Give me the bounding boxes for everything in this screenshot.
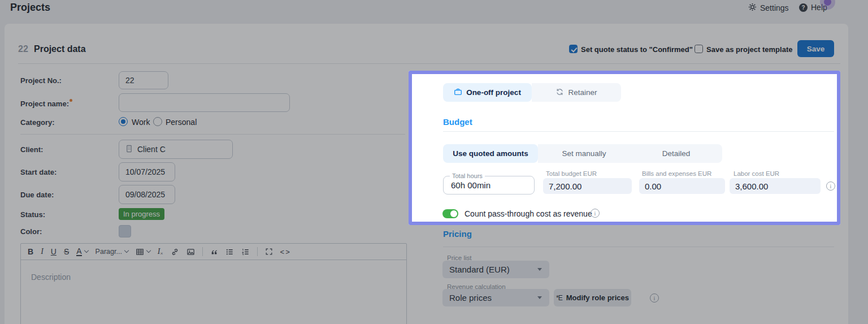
blockquote-icon (210, 248, 218, 256)
table-button[interactable] (136, 248, 150, 256)
price-list-select[interactable]: Standard (EUR) (442, 261, 549, 278)
total-hours-label: Total hours (450, 172, 485, 179)
numbered-list-button[interactable] (241, 248, 250, 256)
toolbar-separator (257, 247, 258, 256)
fullscreen-icon (265, 248, 273, 256)
clear-formatting-button[interactable]: I× (158, 248, 163, 256)
budget-divider (443, 131, 834, 132)
notification-beacon[interactable] (824, 0, 831, 6)
card-title: Project data (34, 44, 86, 54)
editor-toolbar: B I U S A Paragr... I× (21, 244, 406, 260)
save-button[interactable]: Save (797, 40, 834, 57)
chevron-down-icon (84, 248, 88, 253)
tab-set-manually[interactable]: Set manually (538, 144, 630, 163)
category-personal-label: Personal (166, 118, 197, 127)
caret-down-icon (537, 296, 542, 299)
project-number-heading: 22 (18, 44, 28, 54)
client-label: Client: (20, 145, 43, 154)
labor-cost-field[interactable]: 3,600.00 (730, 178, 821, 194)
table-icon (136, 248, 144, 256)
settings-label: Settings (760, 3, 789, 12)
revenue-info-icon[interactable] (650, 293, 659, 303)
labor-cost-info-icon[interactable] (826, 182, 835, 191)
settings-button[interactable]: Settings (748, 3, 789, 13)
save-template-checkbox[interactable] (695, 45, 703, 53)
tab-detailed[interactable]: Detailed (630, 144, 722, 163)
fullscreen-button[interactable] (265, 248, 273, 256)
image-button[interactable] (186, 248, 195, 256)
total-hours-field[interactable]: Total hours 60h 00min (443, 176, 535, 195)
project-type-tabs: One-off project Retainer (443, 83, 621, 102)
description-editor[interactable]: B I U S A Paragr... I× (20, 243, 407, 324)
strikethrough-button[interactable]: S (64, 248, 69, 256)
pass-through-label: Count pass-through cost as revenue (465, 209, 592, 218)
quote-status-checkbox[interactable] (569, 45, 578, 53)
tab-retainer[interactable]: Retainer (532, 83, 621, 102)
form-divider (20, 134, 405, 135)
help-button[interactable]: Help (799, 3, 827, 12)
budget-mode-tabs: Use quoted amounts Set manually Detailed (443, 144, 722, 163)
total-hours-value: 60h 00min (451, 180, 491, 190)
page-title: Projects (10, 2, 50, 14)
description-placeholder: Description (31, 273, 71, 282)
category-label: Category: (20, 118, 55, 127)
category-radio-work[interactable] (119, 117, 128, 126)
modify-prices-icon (556, 294, 562, 302)
pass-through-info-icon[interactable] (591, 209, 600, 218)
project-no-label: Project No.: (20, 76, 62, 85)
pricing-divider (443, 247, 834, 247)
total-budget-label: Total budget EUR (546, 170, 597, 177)
budget-heading: Budget (443, 117, 472, 127)
link-button[interactable] (171, 248, 179, 256)
bills-expenses-label: Bills and expenses EUR (642, 170, 711, 177)
required-dot (70, 99, 72, 102)
revenue-calculation-select[interactable]: Role prices (442, 289, 549, 306)
total-budget-field[interactable]: 7,200.00 (543, 178, 632, 194)
building-icon (125, 145, 133, 154)
tab-use-quoted-amounts[interactable]: Use quoted amounts (443, 144, 538, 163)
category-work-label: Work (132, 118, 150, 127)
text-color-button[interactable]: A (76, 247, 88, 257)
bullet-list-button[interactable] (225, 248, 234, 256)
save-template-label: Save as project template (706, 45, 792, 54)
color-label: Color: (20, 227, 42, 236)
pricing-heading: Pricing (443, 229, 472, 239)
chevron-down-icon (124, 248, 129, 253)
caret-down-icon (537, 268, 542, 271)
toolbar-separator (202, 247, 203, 256)
status-badge[interactable]: In progress (119, 208, 164, 220)
bullet-list-icon (225, 248, 234, 256)
gear-icon (748, 3, 757, 13)
status-label: Status: (20, 210, 45, 219)
numbered-list-icon (241, 248, 250, 256)
blockquote-button[interactable] (210, 248, 218, 256)
link-icon (171, 248, 179, 256)
color-swatch[interactable] (119, 225, 131, 237)
project-name-label: Project name: (20, 99, 72, 108)
paragraph-style-button[interactable]: Paragr... (96, 248, 128, 256)
start-date-label: Start date: (20, 168, 57, 176)
pass-through-toggle[interactable] (442, 209, 458, 218)
project-data-card: 22 Project data Set quote status to "Con… (5, 24, 848, 324)
image-icon (186, 248, 195, 256)
bold-button[interactable]: B (28, 248, 33, 256)
retainer-cycle-icon (555, 88, 564, 98)
help-icon (799, 3, 808, 12)
category-radio-personal[interactable] (153, 117, 162, 126)
chevron-down-icon (146, 248, 151, 253)
code-view-button[interactable]: <> (280, 248, 291, 256)
modify-role-prices-button[interactable]: Modify role prices (554, 289, 631, 306)
due-date-label: Due date: (20, 191, 54, 199)
quote-status-label: Set quote status to "Confirmed" (581, 45, 693, 54)
client-input[interactable]: Client C (119, 140, 233, 159)
bills-expenses-field[interactable]: 0.00 (639, 178, 725, 194)
tab-one-off-project[interactable]: One-off project (443, 83, 532, 102)
underline-button[interactable]: U (51, 248, 57, 256)
project-no-input[interactable]: 22 (119, 71, 168, 89)
italic-button[interactable]: I (41, 248, 44, 256)
start-date-input[interactable]: 10/07/2025 (119, 162, 175, 182)
project-name-input[interactable] (119, 93, 290, 112)
heading-divider (18, 63, 840, 64)
due-date-input[interactable]: 09/08/2025 (119, 185, 175, 204)
briefcase-icon (454, 88, 462, 98)
